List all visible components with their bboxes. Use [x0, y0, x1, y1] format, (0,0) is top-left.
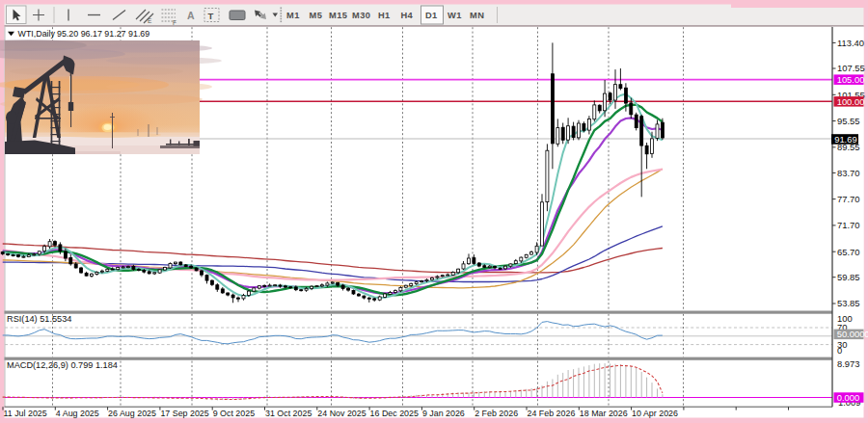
svg-text:77.70: 77.70 — [837, 194, 859, 204]
svg-text:17 Sep 2025: 17 Sep 2025 — [160, 409, 208, 418]
svg-text:RSI(14) 51.5534: RSI(14) 51.5534 — [7, 314, 71, 324]
svg-text:M5: M5 — [310, 11, 323, 20]
svg-text:24 Nov 2025: 24 Nov 2025 — [317, 409, 366, 418]
svg-text:113.40: 113.40 — [837, 38, 864, 48]
svg-text:9 Jan 2026: 9 Jan 2026 — [422, 409, 465, 418]
svg-text:18 Mar 2026: 18 Mar 2026 — [580, 409, 628, 418]
svg-text:26 Aug 2025: 26 Aug 2025 — [108, 409, 156, 418]
svg-text:WTI,Daily: WTI,Daily — [18, 29, 56, 39]
svg-text:53.85: 53.85 — [837, 298, 859, 308]
svg-text:24 Feb 2026: 24 Feb 2026 — [528, 409, 576, 418]
svg-text:F: F — [173, 19, 176, 26]
svg-text:95.20 96.17 91.27 91.69: 95.20 96.17 91.27 91.69 — [57, 29, 149, 39]
svg-text:M15: M15 — [329, 11, 347, 20]
svg-text:M30: M30 — [352, 11, 370, 20]
svg-text:16 Dec 2025: 16 Dec 2025 — [370, 409, 419, 418]
svg-text:9 Oct 2025: 9 Oct 2025 — [213, 409, 255, 418]
svg-text:71.70: 71.70 — [837, 220, 859, 230]
svg-text:50.0000: 50.0000 — [837, 329, 868, 339]
svg-text:MACD(12,26,9) 0.799 1.184: MACD(12,26,9) 0.799 1.184 — [7, 360, 118, 370]
svg-text:95.55: 95.55 — [837, 116, 859, 126]
svg-text:E: E — [148, 17, 152, 24]
svg-text:8.973: 8.973 — [837, 358, 859, 369]
svg-text:T: T — [208, 11, 214, 21]
svg-text:91.69: 91.69 — [834, 134, 856, 145]
svg-text:65.70: 65.70 — [837, 247, 859, 257]
svg-text:H1: H1 — [378, 11, 391, 20]
svg-text:10 Apr 2026: 10 Apr 2026 — [632, 409, 678, 418]
svg-text:31 Oct 2025: 31 Oct 2025 — [265, 409, 312, 418]
svg-text:MN: MN — [470, 11, 484, 20]
svg-text:W1: W1 — [448, 11, 462, 20]
svg-text:4 Aug 2025: 4 Aug 2025 — [56, 409, 99, 418]
svg-text:A: A — [187, 10, 195, 21]
svg-text:0: 0 — [837, 345, 842, 356]
svg-text:100.00: 100.00 — [837, 96, 865, 107]
svg-text:83.70: 83.70 — [837, 168, 859, 178]
svg-text:M1: M1 — [286, 11, 300, 20]
svg-text:59.85: 59.85 — [837, 272, 859, 282]
svg-text:2 Feb 2026: 2 Feb 2026 — [475, 409, 518, 418]
svg-text:D1: D1 — [425, 11, 438, 20]
svg-text:105.00: 105.00 — [837, 74, 865, 85]
svg-text:107.55: 107.55 — [837, 63, 865, 73]
svg-text:H4: H4 — [401, 11, 414, 20]
svg-text:0.000: 0.000 — [837, 392, 859, 403]
svg-text:11 Jul 2025: 11 Jul 2025 — [4, 409, 47, 418]
